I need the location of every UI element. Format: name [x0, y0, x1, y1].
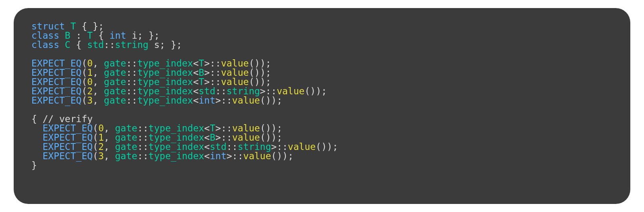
- paren-open: (: [316, 141, 321, 152]
- macro-expect-eq: EXPECT_EQ: [43, 151, 93, 161]
- paren-open: (: [305, 86, 310, 96]
- type-string: string: [115, 39, 149, 50]
- brace-close: }: [149, 30, 154, 41]
- semicolon: ;: [332, 141, 338, 152]
- tmpl-type-index: type_index: [137, 95, 193, 106]
- paren-close: ): [327, 141, 332, 152]
- brace-close: }: [171, 39, 176, 50]
- ns-gate: gate: [115, 151, 137, 161]
- keyword-int: int: [210, 151, 227, 161]
- paren-close: ): [316, 86, 321, 96]
- semicolon: ;: [277, 95, 282, 106]
- literal-3: 3: [87, 95, 93, 106]
- semicolon: ;: [321, 86, 327, 96]
- scope: ::: [137, 151, 149, 161]
- code-block: struct T { }; class B : T { int i; }; cl…: [14, 8, 630, 204]
- tmpl-type-index: type_index: [149, 151, 204, 161]
- ns-std: std: [87, 39, 104, 50]
- paren-close: ): [282, 151, 288, 161]
- paren-open: (: [260, 95, 266, 106]
- keyword-int: int: [199, 95, 216, 106]
- type-C: C: [65, 39, 70, 50]
- semicolon: ;: [176, 39, 182, 50]
- lt: <: [204, 151, 210, 161]
- comma: ,: [93, 95, 98, 106]
- comma: ,: [104, 151, 109, 161]
- brace-open: {: [76, 39, 82, 50]
- type-T: T: [70, 21, 76, 31]
- field-s: s: [154, 39, 160, 50]
- brace-open: {: [31, 114, 37, 124]
- paren-open: (: [271, 151, 277, 161]
- call-value: value: [232, 95, 260, 106]
- lt: <: [193, 95, 199, 106]
- brace-close: }: [31, 160, 37, 170]
- paren-close: ): [310, 86, 316, 96]
- semicolon: ;: [288, 151, 293, 161]
- gt: >: [215, 95, 221, 106]
- macro-expect-eq: EXPECT_EQ: [31, 95, 82, 106]
- code-content: struct T { }; class B : T { int i; }; cl…: [31, 22, 613, 170]
- call-value: value: [243, 151, 271, 161]
- paren-close: ): [271, 95, 277, 106]
- scope: ::: [221, 95, 232, 106]
- scope: ::: [104, 39, 115, 50]
- gt: >: [227, 151, 232, 161]
- scope: ::: [126, 95, 137, 106]
- paren-open: (: [93, 151, 98, 161]
- paren-close: ): [266, 95, 271, 106]
- keyword-class: class: [31, 39, 59, 50]
- paren-close: ): [277, 151, 282, 161]
- scope: ::: [232, 151, 244, 161]
- paren-close: ): [321, 141, 327, 152]
- ns-gate: gate: [104, 95, 126, 106]
- paren-open: (: [82, 95, 87, 106]
- literal-3: 3: [98, 151, 104, 161]
- semicolon: ;: [160, 39, 165, 50]
